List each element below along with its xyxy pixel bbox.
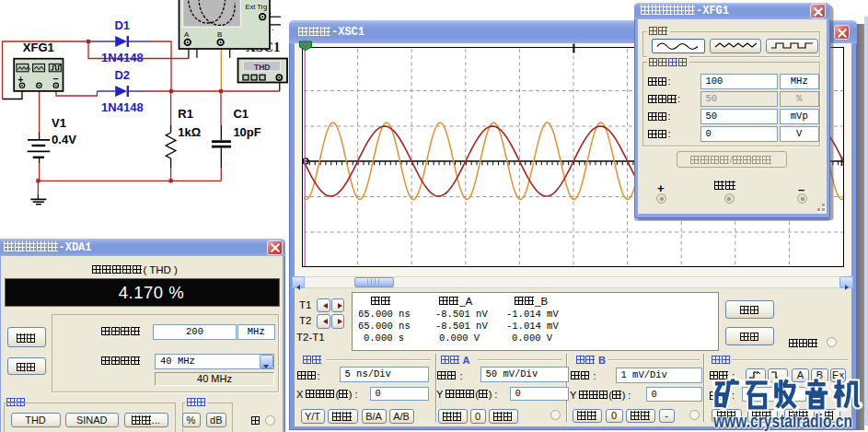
svg-text:R1: R1 bbox=[178, 107, 193, 121]
svg-text:V1: V1 bbox=[52, 116, 66, 130]
svg-text:XFG1: XFG1 bbox=[23, 41, 54, 54]
svg-text:-: - bbox=[272, 26, 274, 32]
svg-text:B: B bbox=[217, 30, 222, 39]
svg-text:C1: C1 bbox=[233, 107, 249, 121]
svg-text:–: – bbox=[53, 73, 59, 84]
svg-text:Ext Trg: Ext Trg bbox=[246, 3, 268, 11]
svg-text:A: A bbox=[184, 30, 190, 39]
svg-text:10pF: 10pF bbox=[233, 125, 260, 139]
svg-text:THD: THD bbox=[254, 63, 270, 72]
svg-text:1N4148: 1N4148 bbox=[101, 51, 144, 64]
svg-text:D2: D2 bbox=[114, 68, 130, 82]
svg-text:D1: D1 bbox=[114, 18, 130, 32]
svg-text:1kΩ: 1kΩ bbox=[178, 125, 201, 139]
svg-text:0.4V: 0.4V bbox=[52, 133, 76, 146]
svg-text:1N4148: 1N4148 bbox=[101, 100, 144, 114]
